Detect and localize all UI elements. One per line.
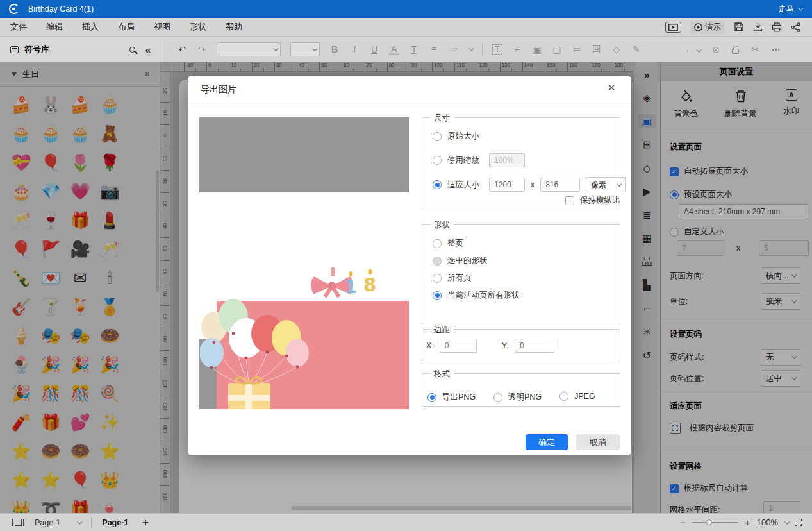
text-box-icon[interactable]: T (492, 44, 502, 55)
redo-icon[interactable]: ↷ (197, 44, 207, 55)
menu-edit[interactable]: 编辑 (46, 21, 63, 33)
use-scale-label: 使用缩放 (447, 155, 479, 166)
radio-unselected-icon[interactable] (559, 392, 568, 401)
menu-insert[interactable]: 插入 (82, 21, 99, 33)
bold-icon[interactable]: B (329, 44, 340, 55)
more-options-icon[interactable]: ⋯ (771, 44, 781, 55)
selected-shapes-option[interactable]: 选中的形状 (433, 255, 488, 266)
radio-unselected-icon[interactable] (433, 156, 442, 165)
transparent-png-option[interactable]: 透明PNG (493, 392, 542, 403)
font-size-select[interactable] (290, 42, 320, 56)
cancel-button[interactable]: 取消 (576, 434, 620, 450)
align-text-icon[interactable]: ≡ (429, 44, 439, 55)
account-menu[interactable]: 走马 (778, 4, 802, 15)
italic-icon[interactable]: I (349, 44, 360, 55)
app-logo-icon (9, 4, 19, 14)
zoom-out-button[interactable]: − (680, 517, 686, 528)
margin-y-label: Y: (502, 341, 509, 350)
radio-unselected-icon[interactable] (433, 274, 442, 283)
radio-unselected-icon[interactable] (493, 393, 502, 402)
active-page-shapes-option[interactable]: 当前活动页所有形状 (433, 290, 520, 301)
keep-ratio-option[interactable]: 保持横纵比 (565, 195, 620, 206)
bring-to-front-icon[interactable]: ▣ (532, 44, 542, 55)
page-selector[interactable]: Page-1 (35, 518, 81, 527)
chevron-down-icon[interactable] (784, 519, 790, 524)
export-png-label: 导出PNG (442, 392, 476, 403)
fit-screen-icon[interactable] (795, 519, 802, 526)
download-icon[interactable] (753, 22, 763, 32)
font-family-select[interactable] (217, 42, 281, 56)
menu-shape[interactable]: 形状 (190, 21, 206, 33)
align-shapes-icon[interactable]: ⊨ (572, 44, 582, 55)
document-title: Birthday Card 4(1) (28, 4, 94, 13)
original-size-option[interactable]: 原始大小 (433, 131, 479, 142)
menu-bar: 文件 编辑 插入 布局 视图 形状 帮助 演示 (0, 18, 812, 37)
save-icon[interactable] (734, 22, 744, 32)
search-icon[interactable] (129, 47, 135, 53)
menu-help[interactable]: 帮助 (226, 21, 242, 33)
user-name[interactable]: 走马 (778, 4, 794, 15)
menu-layout[interactable]: 布局 (118, 21, 135, 33)
margin-y-input[interactable] (515, 339, 554, 353)
group-icon[interactable]: 回 (592, 44, 602, 55)
full-page-option[interactable]: 整页 (433, 238, 463, 249)
toolbar-divider (482, 43, 483, 56)
jpeg-option[interactable]: JPEG (559, 392, 595, 401)
chevron-down-icon[interactable] (468, 46, 474, 51)
pixel-unit-select[interactable]: 像素 (586, 177, 626, 192)
present-button[interactable]: 演示 (690, 21, 725, 34)
fill-color-icon[interactable]: ◇ (611, 44, 622, 55)
menu-view[interactable]: 视图 (154, 21, 170, 33)
candle-eight: 8 (363, 274, 376, 296)
size-legend: 尺寸 (430, 113, 454, 124)
share-icon[interactable] (791, 22, 800, 32)
export-png-option[interactable]: 导出PNG (427, 392, 476, 403)
page-selector-label: Page-1 (35, 518, 60, 527)
radio-unselected-icon[interactable] (433, 132, 442, 141)
underline-icon[interactable]: U (369, 44, 379, 55)
fit-size-option[interactable]: 适应大小 x 像素 (433, 177, 626, 192)
line-style-icon[interactable]: ← (684, 44, 700, 55)
collapse-panel-icon[interactable]: « (145, 44, 151, 55)
menu-file[interactable]: 文件 (10, 21, 27, 33)
pages-overview-icon[interactable] (12, 519, 24, 526)
ok-button[interactable]: 确定 (526, 434, 568, 450)
page-tab[interactable]: Page-1 (102, 518, 128, 527)
fullscreen-present-icon[interactable] (665, 22, 681, 33)
pen-icon[interactable]: ✎ (631, 44, 642, 55)
lock-icon[interactable] (732, 49, 739, 54)
checkbox-unchecked-icon[interactable] (565, 196, 574, 205)
radio-selected-icon[interactable] (433, 180, 442, 189)
copy-style-icon[interactable]: ▢ (552, 44, 562, 55)
fit-size-label: 适应大小 (447, 180, 479, 190)
radio-unselected-icon[interactable] (433, 239, 442, 248)
scale-value-input[interactable] (489, 153, 525, 167)
zoom-bar: − + 100% (680, 517, 812, 528)
all-pages-option[interactable]: 所有页 (433, 273, 472, 283)
use-scale-option[interactable]: 使用缩放 (433, 153, 525, 167)
list-style-icon[interactable]: ≔ (449, 44, 459, 55)
zoom-in-button[interactable]: + (745, 517, 750, 528)
close-dialog-icon[interactable]: ✕ (604, 82, 618, 94)
radio-selected-icon[interactable] (427, 393, 436, 402)
clear-style-icon[interactable]: ⊘ (711, 44, 721, 55)
undo-icon[interactable]: ↶ (177, 44, 187, 55)
export-preview: 生日快乐 Saturday, September 13th 2:00pm 祝你永… (199, 117, 409, 409)
full-page-label: 整页 (447, 238, 463, 249)
fit-width-input[interactable] (489, 178, 525, 192)
zoom-slider-thumb[interactable] (706, 519, 712, 525)
tools-icon[interactable]: ✂ (750, 44, 760, 55)
pixel-unit-value: 像素 (591, 180, 606, 190)
margin-x-input[interactable] (440, 339, 477, 353)
print-icon[interactable] (772, 22, 782, 32)
fit-height-input[interactable] (540, 178, 580, 192)
font-color-icon[interactable]: A (389, 44, 399, 55)
add-page-button[interactable]: + (142, 516, 149, 529)
zoom-slider[interactable] (692, 522, 738, 523)
text-effect-icon[interactable]: T (409, 44, 419, 55)
format-toolbar: 符号库 « ↶ ↷ B I U A T ≡ ≔ T ⌐ ▣ ▢ ⊨ 回 ◇ ✎ … (0, 37, 812, 62)
chevron-down-icon (798, 5, 803, 10)
zoom-level[interactable]: 100% (757, 518, 778, 527)
radio-selected-icon[interactable] (433, 291, 442, 300)
connector-icon[interactable]: ⌐ (512, 44, 522, 55)
